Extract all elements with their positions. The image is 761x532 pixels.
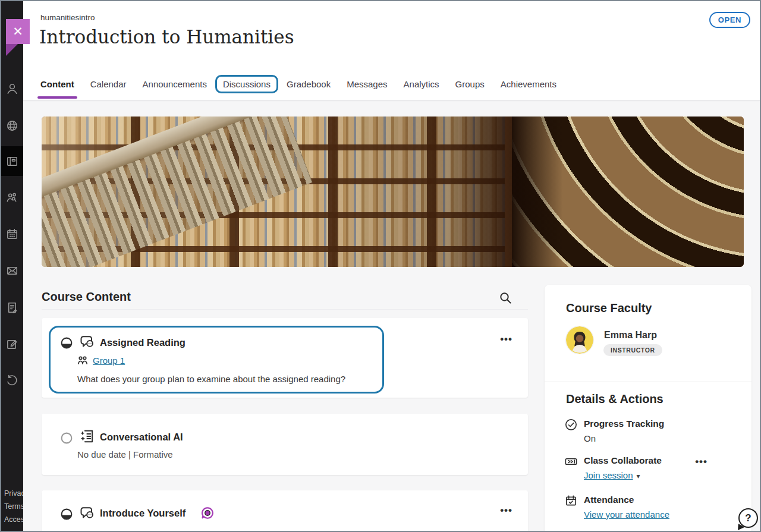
progress-tracking-icon [564, 418, 578, 432]
organizations-icon[interactable] [5, 191, 19, 204]
page-title: Introduction to Humanities [39, 26, 294, 48]
class-collaborate-label: Class Collaborate [584, 455, 662, 466]
arched-ceiling-art [512, 117, 744, 267]
course-content-heading: Course Content [42, 290, 131, 304]
avatar[interactable] [566, 326, 593, 354]
collaborate-menu-icon[interactable]: ••• [695, 457, 707, 467]
tab-calendar[interactable]: Calendar [90, 79, 127, 89]
view-attendance-link[interactable]: View your attendance [584, 509, 669, 520]
help-button[interactable]: ? [738, 508, 758, 528]
item-description: What does your group plan to examine abo… [77, 374, 345, 384]
help-icon: ? [745, 512, 751, 524]
visibility-status-icon [60, 508, 73, 521]
activity-globe-icon[interactable] [5, 119, 19, 133]
accessibility-link[interactable]: Accessibility [4, 513, 23, 526]
overflow-menu-icon[interactable]: ••• [500, 334, 512, 344]
profile-icon[interactable] [5, 82, 19, 96]
tools-edit-icon[interactable] [5, 338, 19, 351]
search-icon[interactable] [498, 291, 512, 305]
messages-icon[interactable] [5, 264, 19, 278]
app-window: Privacy Terms Accessibility ✕ humanities… [0, 0, 761, 532]
progress-tracking-label: Progress Tracking [584, 418, 664, 429]
visibility-status-icon [60, 336, 73, 350]
item-title[interactable]: Conversational AI [100, 432, 183, 443]
course-side-panel: Course Faculty Emma Harp INSTRUCTOR Deta… [545, 285, 751, 532]
courses-icon[interactable] [5, 155, 19, 168]
calendar-icon[interactable] [5, 227, 19, 241]
join-session-row: Join session▾ [584, 470, 640, 481]
course-tab-bar: Content Calendar Announcements Discussio… [23, 68, 760, 100]
tab-content[interactable]: Content [40, 79, 74, 89]
item-title[interactable]: Assigned Reading [100, 337, 185, 348]
tab-groups[interactable]: Groups [455, 79, 485, 89]
course-id: humanitiesintro [40, 13, 95, 22]
privacy-link[interactable]: Privacy [4, 487, 23, 500]
close-course-button[interactable]: ✕ [6, 19, 30, 44]
item-title[interactable]: Introduce Yourself [100, 508, 185, 519]
faculty-name: Emma Harp [604, 330, 657, 341]
discussion-icon [79, 333, 96, 350]
item-meta: No due date | Formative [77, 449, 173, 459]
content-item-conversational-ai[interactable]: Conversational AI No due date | Formativ… [42, 414, 528, 475]
content-item-introduce-yourself[interactable]: ••• Introduce Yourself [42, 490, 528, 532]
tab-discussions[interactable]: Discussions [215, 75, 278, 93]
group-icon [77, 355, 89, 367]
content-divider [42, 309, 528, 310]
course-status-badge[interactable]: OPEN [709, 12, 750, 28]
tab-achievements[interactable]: Achievements [501, 79, 556, 89]
course-header: humanitiesintro Introduction to Humaniti… [23, 1, 760, 68]
overflow-menu-icon[interactable]: ••• [500, 505, 512, 515]
tab-analytics[interactable]: Analytics [404, 79, 439, 89]
discussion-icon [79, 505, 96, 521]
terms-link[interactable]: Terms [4, 500, 23, 513]
footer-links: Privacy Terms Accessibility [4, 487, 23, 526]
sign-out-icon[interactable] [5, 374, 19, 388]
attendance-label: Attendance [584, 495, 634, 505]
base-navigation-sidebar: Privacy Terms Accessibility [1, 1, 23, 531]
panel-divider [545, 382, 751, 382]
grades-icon[interactable] [5, 301, 19, 314]
ai-document-icon [79, 428, 96, 445]
tab-gradebook[interactable]: Gradebook [287, 79, 331, 89]
details-actions-heading: Details & Actions [566, 392, 663, 406]
tab-announcements[interactable]: Announcements [143, 79, 207, 89]
content-item-assigned-reading[interactable]: ••• Assigned Reading Group 1 What does y… [42, 318, 528, 398]
hidden-status-icon [60, 432, 73, 445]
chevron-down-icon[interactable]: ▾ [637, 472, 640, 480]
course-banner-image [42, 117, 744, 267]
attendance-icon [564, 494, 578, 508]
role-badge: INSTRUCTOR [603, 344, 662, 356]
new-activity-badge-icon [201, 506, 214, 520]
group-link[interactable]: Group 1 [93, 355, 125, 366]
tab-messages[interactable]: Messages [347, 79, 387, 89]
close-icon: ✕ [12, 24, 23, 39]
join-session-link[interactable]: Join session [584, 470, 633, 480]
course-faculty-heading: Course Faculty [566, 301, 652, 315]
class-collaborate-icon [564, 455, 578, 468]
progress-tracking-value: On [584, 433, 596, 443]
